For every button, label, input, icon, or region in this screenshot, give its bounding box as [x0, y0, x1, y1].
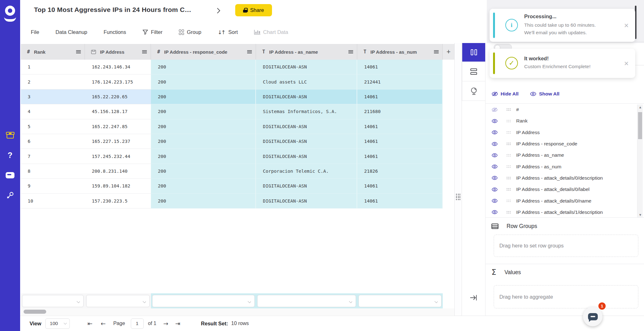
hide-all-button[interactable]: Hide All — [491, 91, 519, 97]
menu-item-filter[interactable]: Filter — [142, 29, 163, 35]
cell[interactable]: DIGITALOCEAN-ASN — [256, 194, 357, 209]
column-menu-icon[interactable] — [434, 50, 439, 53]
drag-handle-icon[interactable] — [507, 177, 511, 179]
page-size-select[interactable]: 100 — [45, 318, 70, 329]
menu-item-group[interactable]: Group — [179, 29, 201, 35]
scroll-up-arrow-icon[interactable]: ▲ — [637, 106, 643, 109]
drag-handle-icon[interactable] — [507, 200, 511, 202]
cell[interactable]: DIGITALOCEAN-ASN — [256, 179, 357, 193]
table-row-2[interactable]: 2176.124.223.175200Cloud assets LLC21244… — [21, 74, 443, 89]
filter-dropdown-1[interactable] — [86, 295, 150, 307]
cell[interactable]: 45.156.128.17 — [85, 104, 151, 119]
cell[interactable]: 14061 — [357, 60, 443, 74]
cell[interactable]: 6 — [21, 134, 85, 149]
cell[interactable]: 200 — [151, 134, 256, 149]
cell[interactable]: 165.22.220.65 — [85, 90, 151, 104]
eye-icon[interactable] — [491, 210, 500, 214]
drag-handle-icon[interactable] — [507, 154, 511, 157]
cell[interactable]: 157.245.232.44 — [85, 149, 151, 164]
cell[interactable]: 10 — [21, 194, 85, 209]
eye-icon[interactable] — [491, 130, 500, 135]
tab-insights[interactable] — [462, 81, 486, 101]
menu-item-file[interactable]: File — [31, 29, 39, 35]
drag-handle-icon[interactable] — [507, 166, 511, 168]
close-icon[interactable]: ✕ — [624, 22, 629, 29]
column-menu-icon[interactable] — [348, 50, 353, 53]
title-chevron-icon[interactable] — [216, 7, 221, 14]
prev-page-button[interactable]: ← — [101, 320, 106, 327]
eye-icon[interactable] — [491, 187, 500, 192]
column-header-2[interactable]: #IP Address - response_code — [151, 44, 256, 60]
last-page-button[interactable]: ⇥ — [175, 320, 180, 327]
filter-dropdown-3[interactable] — [257, 295, 356, 307]
cell[interactable]: 212441 — [357, 74, 443, 89]
cell[interactable]: 200 — [151, 119, 256, 134]
cell[interactable]: 5 — [21, 119, 85, 134]
drag-handle-icon[interactable] — [507, 120, 511, 122]
cell[interactable]: 211680 — [357, 104, 443, 119]
cell[interactable]: 176.124.223.175 — [85, 74, 151, 89]
cell[interactable]: 200.8.231.140 — [85, 164, 151, 179]
table-row-9[interactable]: 9159.89.104.182200DIGITALOCEAN-ASN14061 — [21, 179, 443, 193]
eye-off-icon[interactable] — [491, 107, 500, 112]
cell[interactable]: 3 — [21, 90, 85, 104]
scroll-down-arrow-icon[interactable]: ▼ — [637, 214, 643, 216]
cell[interactable]: 200 — [151, 149, 256, 164]
cell[interactable]: DIGITALOCEAN-ASN — [256, 90, 357, 104]
tab-columns[interactable] — [462, 42, 486, 62]
cell[interactable]: 159.89.104.182 — [85, 179, 151, 193]
cell[interactable]: 200 — [151, 179, 256, 193]
cell[interactable]: 8 — [21, 164, 85, 179]
next-page-button[interactable]: → — [163, 320, 168, 327]
cell[interactable]: 157.230.223.5 — [85, 194, 151, 209]
drag-handle-icon[interactable] — [507, 188, 511, 191]
cell[interactable]: 200 — [151, 90, 256, 104]
cell[interactable]: 14061 — [357, 149, 443, 164]
tab-rows[interactable] — [462, 62, 486, 81]
share-button[interactable]: Share — [235, 4, 272, 16]
eye-icon[interactable] — [491, 176, 500, 180]
eye-icon[interactable] — [491, 198, 500, 203]
add-column-button[interactable]: + — [443, 44, 454, 60]
cell[interactable]: 2 — [21, 74, 85, 89]
cell[interactable]: DIGITALOCEAN-ASN — [256, 149, 357, 164]
column-header-0[interactable]: #Rank — [21, 44, 85, 60]
eye-icon[interactable] — [491, 119, 500, 123]
eye-icon[interactable] — [491, 142, 500, 146]
chat-launcher-button[interactable] — [583, 307, 602, 326]
page-number-input[interactable] — [131, 318, 144, 329]
help-icon[interactable]: ? — [8, 151, 12, 159]
horizontal-scrollbar[interactable] — [21, 308, 454, 315]
cell[interactable]: 14061 — [357, 194, 443, 209]
cell[interactable]: 200 — [151, 60, 256, 74]
cell[interactable]: 1 — [21, 60, 85, 74]
cell[interactable]: Sistemas Informaticos, S.A. — [256, 104, 357, 119]
cell[interactable]: 9 — [21, 179, 85, 193]
table-row-7[interactable]: 7157.245.232.44200DIGITALOCEAN-ASN14061 — [21, 149, 443, 164]
eye-icon[interactable] — [491, 164, 500, 169]
column-menu-icon[interactable] — [142, 50, 147, 53]
cell[interactable]: 200 — [151, 104, 256, 119]
filter-dropdown-2[interactable] — [152, 295, 255, 307]
cell[interactable]: DIGITALOCEAN-ASN — [256, 134, 357, 149]
table-row-4[interactable]: 445.156.128.17200Sistemas Informaticos, … — [21, 104, 443, 119]
close-icon[interactable]: ✕ — [624, 60, 629, 67]
cell[interactable]: 200 — [151, 194, 256, 209]
drag-handle-icon[interactable] — [507, 211, 511, 214]
column-menu-icon[interactable] — [247, 50, 252, 53]
drag-handle-icon[interactable] — [507, 143, 511, 145]
cell[interactable]: DIGITALOCEAN-ASN — [256, 119, 357, 134]
sheet-title[interactable]: Top 10 Most Aggressive IPs in 24 Hours f… — [34, 6, 191, 14]
column-header-4[interactable]: TIP Address - as_num — [357, 44, 443, 60]
cell[interactable]: Cloud assets LLC — [256, 74, 357, 89]
show-all-button[interactable]: Show All — [530, 91, 559, 97]
cell[interactable]: 21826 — [357, 164, 443, 179]
cell[interactable]: 4 — [21, 104, 85, 119]
row-groups-dropzone[interactable]: Drag here to set row groups — [494, 235, 638, 257]
column-header-1[interactable]: IP Address — [85, 44, 151, 60]
panel-list-scrollbar[interactable]: ▲ ▼ — [637, 105, 643, 218]
cell[interactable]: Corporacion Telemic C.A. — [256, 164, 357, 179]
table-row-10[interactable]: 10157.230.223.5200DIGITALOCEAN-ASN14061 — [21, 194, 443, 209]
table-row-5[interactable]: 5165.22.247.85200DIGITALOCEAN-ASN14061 — [21, 119, 443, 134]
filter-dropdown-0[interactable] — [22, 295, 84, 307]
